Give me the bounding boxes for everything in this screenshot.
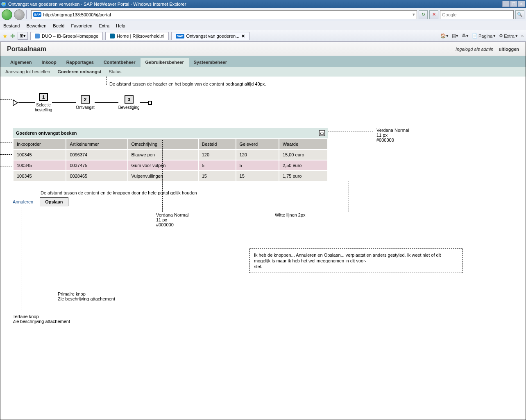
annotation-white-lines: Witte lijnen 2px [275, 212, 306, 217]
tab-label: Ontvangst van goederen... [186, 34, 240, 38]
nav-contentbeheer[interactable]: Contentbeheer [99, 58, 141, 67]
goods-receipt-panel: Goederen ontvangst boeken ▭ Inkooporder … [13, 128, 328, 182]
goods-table: Inkooporder Artikelnummer Omschrijving B… [13, 138, 328, 182]
sub-nav: Aanvraag tot bestellen Goederen ontvangs… [0, 67, 526, 77]
nav-inkoop[interactable]: Inkoop [37, 58, 61, 67]
menu-favorieten[interactable]: Favorieten [71, 23, 92, 28]
ie-icon [1, 1, 7, 7]
browser-menubar: Bestand Bewerken Beeld Favorieten Extra … [0, 21, 526, 30]
page-menu[interactable]: 📄 Pagina ▾ [472, 33, 496, 38]
annotation-primary: Primaire knop Zie beschrijving attacheme… [58, 291, 115, 301]
col-artikelnummer: Artikelnummer [66, 139, 127, 149]
step-number: 3 [125, 95, 134, 104]
toolbar-right: 🏠▾ ▤▾ 🖶▾ 📄 Pagina ▾ ⚙ Extra ▾ » [440, 33, 524, 38]
dropdown-icon[interactable]: ▾ [413, 12, 415, 17]
svg-marker-0 [13, 100, 18, 106]
menu-bestand[interactable]: Bestand [3, 23, 20, 28]
nav-systeembeheer[interactable]: Systeembeheer [189, 58, 232, 67]
step-number: 2 [81, 95, 90, 104]
browser-tab-duo[interactable]: DUO – IB-Groep/Homepage [30, 32, 103, 40]
wizard-step-1[interactable]: 1 Selectie bestelling [35, 93, 52, 113]
cancel-button[interactable]: Annuleren [13, 199, 33, 204]
tools-menu[interactable]: ⚙ Extra ▾ [499, 33, 518, 38]
menu-extra[interactable]: Extra [99, 23, 109, 28]
annotation-font-right: Verdana Normal 11 px #000000 [376, 128, 409, 142]
col-besteld: Besteld [199, 139, 236, 149]
main-nav: Algemeen Inkoop Rapportages Contentbehee… [0, 56, 526, 67]
col-omschrijving: Omschrijving [128, 139, 198, 149]
page-viewport: Portaalnaam Ingelogd als admin uitloggen… [0, 42, 526, 420]
step-label: Ontvangst [76, 105, 95, 110]
window-buttons: _ ❐ ✕ [502, 1, 525, 7]
col-inkooporder: Inkooporder [14, 139, 66, 149]
favicon-icon [110, 34, 115, 38]
url-text: http://ontgrnap138:50000/irj/portal [43, 12, 111, 17]
subnav-aanvraag[interactable]: Aanvraag tot bestellen [5, 69, 50, 74]
step-label: Bevestiging [118, 105, 140, 110]
menu-bewerken[interactable]: Bewerken [26, 23, 46, 28]
search-input[interactable]: Google [440, 10, 514, 19]
close-button[interactable]: ✕ [518, 1, 525, 7]
table-row[interactable]: 100345 0096374 Blauwe pen 120 120 15,00 … [14, 150, 327, 160]
sap-favicon-icon: SAP [33, 12, 41, 17]
subnav-goederen[interactable]: Goederen ontvangst [57, 69, 101, 74]
rss-icon[interactable]: ▤▾ [452, 33, 458, 38]
panel-collapse-icon[interactable]: ▭ [319, 130, 325, 136]
minimize-button[interactable]: _ [502, 1, 510, 7]
home-icon[interactable]: 🏠▾ [440, 33, 449, 38]
page-title: Portaalnaam [7, 45, 46, 53]
favorites-star-icon[interactable]: ★ [2, 33, 8, 39]
logged-in-label: Ingelogd als admin [456, 47, 493, 52]
favicon-icon [35, 34, 40, 38]
browser-tab-ontvangst[interactable]: SAP Ontvangst van goederen... ✕ [171, 32, 249, 40]
annotation-infobox: Ik heb de knoppen... Annuleren en Opslaa… [249, 248, 463, 273]
forward-button[interactable]: → [14, 9, 25, 20]
maximize-button[interactable]: ❐ [510, 1, 517, 7]
add-favorite-icon[interactable]: ✚ [10, 33, 15, 39]
search-button[interactable]: 🔍 [515, 10, 524, 19]
menu-help[interactable]: Help [116, 23, 125, 28]
wizard-steps: 1 Selectie bestelling 2 Ontvangst 3 Beve… [13, 93, 152, 113]
browser-tab-rijksoverheid[interactable]: Home | Rijksoverheid.nl [105, 32, 169, 40]
annotation-tertiary: Tertaire knop Zie beschrijving attacheme… [13, 314, 70, 324]
nav-rapportages[interactable]: Rapportages [61, 58, 99, 67]
nav-algemeen[interactable]: Algemeen [5, 58, 37, 67]
step-label: Selectie bestelling [35, 103, 52, 113]
search-placeholder: Google [442, 12, 456, 17]
annotation-spacing: De afstand tussen de content en de knopp… [41, 190, 197, 195]
wizard-end-icon [148, 101, 152, 105]
annotation-font-mid: Verdana Normal 11 px #000000 [156, 212, 189, 227]
table-row[interactable]: 100345 0028465 Vulpenvullingen 15 15 1,7… [14, 171, 327, 181]
quicktabs-icon[interactable]: ⊞▾ [18, 32, 28, 40]
stop-button[interactable]: ✕ [429, 10, 438, 19]
chevron-icon[interactable]: » [521, 34, 524, 38]
save-button[interactable]: Opslaan [40, 197, 68, 206]
logout-link[interactable]: uitloggen [499, 47, 519, 52]
col-waarde: Waarde [279, 139, 327, 149]
browser-navbar: ← → SAP http://ontgrnap138:50000/irj/por… [0, 8, 526, 21]
col-geleverd: Geleverd [236, 139, 279, 149]
address-bar[interactable]: SAP http://ontgrnap138:50000/irj/portal … [31, 10, 417, 19]
wizard-step-2[interactable]: 2 Ontvangst [76, 95, 95, 110]
menu-beeld[interactable]: Beeld [53, 23, 64, 28]
table-row[interactable]: 100345 0037475 Gum voor vulpen 5 5 2,50 … [14, 160, 327, 170]
wizard-start-icon [13, 99, 18, 106]
portal-header: Portaalnaam Ingelogd als admin uitloggen [0, 42, 526, 56]
refresh-button[interactable]: ↻ [419, 10, 428, 19]
back-button[interactable]: ← [2, 9, 12, 20]
panel-title: Goederen ontvangst boeken [16, 131, 77, 135]
wizard-step-3[interactable]: 3 Bevestiging [118, 95, 140, 110]
browser-toolbar: ★ ✚ ⊞▾ DUO – IB-Groep/Homepage Home | Ri… [0, 30, 526, 42]
favicon-icon: SAP [176, 34, 184, 38]
window-title: Ontvangst van goederen verwerken - SAP N… [8, 2, 186, 7]
window-titlebar: Ontvangst van goederen verwerken - SAP N… [0, 0, 526, 8]
nav-gebruikersbeheer[interactable]: Gebruikersbeheer [141, 58, 189, 67]
annotation-header-spacing: De afstand tussen de header en het begin… [109, 81, 266, 86]
tab-close-icon[interactable]: ✕ [241, 34, 245, 39]
subnav-status[interactable]: Status [109, 69, 121, 74]
step-number: 1 [39, 93, 48, 101]
print-icon[interactable]: 🖶▾ [462, 33, 469, 38]
tab-label: DUO – IB-Groep/Homepage [42, 34, 98, 38]
tab-label: Home | Rijksoverheid.nl [117, 34, 164, 38]
